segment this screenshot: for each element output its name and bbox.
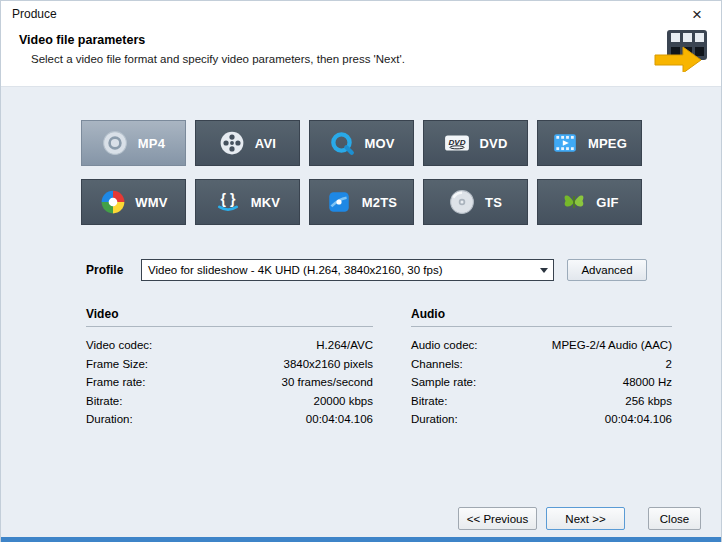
detail-value: 00:04:04.106 — [605, 410, 672, 429]
format-button-mov[interactable]: MOV — [309, 120, 414, 166]
format-button-avi[interactable]: AVI — [195, 120, 300, 166]
divider — [411, 326, 672, 327]
format-button-gif[interactable]: GIF — [537, 179, 642, 225]
video-section: Video Video codec: H.264/AVC Frame Size:… — [86, 307, 373, 429]
format-button-mkv[interactable]: { } MKV — [195, 179, 300, 225]
pinwheel-icon — [99, 189, 126, 216]
audio-bitrate-row: Bitrate: 256 kbps — [411, 392, 672, 411]
detail-value: 256 kbps — [625, 392, 672, 411]
format-label: MP4 — [138, 136, 165, 151]
advanced-button[interactable]: Advanced — [567, 259, 647, 281]
detail-label: Bitrate: — [411, 392, 447, 411]
format-label: M2TS — [362, 195, 397, 210]
close-button[interactable]: × — [684, 3, 710, 25]
mp4-disc-icon — [102, 130, 129, 157]
footer-buttons: << Previous Next >> Close — [458, 507, 701, 530]
audio-duration-row: Duration: 00:04:04.106 — [411, 410, 672, 429]
title-bar: Produce × — [1, 1, 721, 27]
matroska-icon: { } — [215, 189, 242, 216]
frame-size-row: Frame Size: 3840x2160 pixels — [86, 355, 373, 374]
profile-select[interactable]: Video for slideshow - 4K UHD (H.264, 384… — [141, 259, 554, 281]
page-title: Video file parameters — [19, 33, 703, 47]
detail-value: 20000 kbps — [314, 392, 373, 411]
previous-button[interactable]: << Previous — [458, 507, 537, 530]
svg-text:DVD: DVD — [448, 138, 465, 147]
format-button-mpeg[interactable]: MPEG — [537, 120, 642, 166]
video-codec-row: Video codec: H.264/AVC — [86, 336, 373, 355]
channels-row: Channels: 2 — [411, 355, 672, 374]
detail-label: Channels: — [411, 355, 463, 374]
blu-ray-disc-icon — [326, 189, 353, 216]
video-duration-row: Duration: 00:04:04.106 — [86, 410, 373, 429]
svg-text:{ }: { } — [221, 191, 236, 207]
format-label: GIF — [596, 195, 618, 210]
detail-label: Video codec: — [86, 336, 152, 355]
format-button-dvd[interactable]: DVD DVD — [423, 120, 528, 166]
detail-label: Audio codec: — [411, 336, 478, 355]
frame-rate-row: Frame rate: 30 frames/second — [86, 373, 373, 392]
format-button-mp4[interactable]: MP4 — [81, 120, 186, 166]
parameter-columns: Video Video codec: H.264/AVC Frame Size:… — [86, 307, 721, 429]
format-label: TS — [485, 195, 502, 210]
next-button[interactable]: Next >> — [546, 507, 625, 530]
detail-value: 48000 Hz — [623, 373, 672, 392]
window-bottom-edge — [1, 537, 721, 542]
sample-rate-row: Sample rate: 48000 Hz — [411, 373, 672, 392]
produce-filmstrip-icon — [653, 28, 709, 76]
quicktime-icon — [328, 130, 355, 157]
audio-section: Audio Audio codec: MPEG-2/4 Audio (AAC) … — [411, 307, 672, 429]
window-title: Produce — [12, 7, 57, 21]
profile-row: Profile Video for slideshow - 4K UHD (H.… — [86, 259, 721, 281]
format-button-m2ts[interactable]: M2TS — [309, 179, 414, 225]
detail-value: H.264/AVC — [316, 336, 373, 355]
format-label: DVD — [479, 136, 507, 151]
format-button-ts[interactable]: TS — [423, 179, 528, 225]
detail-label: Duration: — [86, 410, 133, 429]
detail-value: 30 frames/second — [282, 373, 373, 392]
divider — [86, 326, 373, 327]
format-label: MOV — [364, 136, 394, 151]
format-grid: MP4 AVI MOV DVD DVD — [1, 87, 721, 225]
detail-label: Frame rate: — [86, 373, 145, 392]
dialog-header: Video file parameters Select a video fil… — [1, 27, 721, 86]
format-button-wmv[interactable]: WMV — [81, 179, 186, 225]
detail-value: MPEG-2/4 Audio (AAC) — [552, 336, 672, 355]
detail-value: 2 — [666, 355, 672, 374]
chevron-down-icon[interactable] — [535, 260, 553, 280]
format-label: AVI — [255, 136, 276, 151]
dialog-body: MP4 AVI MOV DVD DVD — [1, 86, 721, 542]
video-section-title: Video — [86, 307, 373, 321]
audio-section-title: Audio — [411, 307, 672, 321]
audio-codec-row: Audio codec: MPEG-2/4 Audio (AAC) — [411, 336, 672, 355]
format-label: WMV — [135, 195, 167, 210]
detail-value: 3840x2160 pixels — [283, 355, 373, 374]
detail-label: Sample rate: — [411, 373, 476, 392]
profile-label: Profile — [86, 263, 141, 277]
filmstrip-icon — [552, 130, 579, 157]
page-subtitle: Select a video file format and specify v… — [31, 53, 703, 65]
close-dialog-button[interactable]: Close — [648, 507, 701, 530]
detail-value: 00:04:04.106 — [306, 410, 373, 429]
dvd-logo-icon: DVD — [443, 130, 470, 157]
profile-selected-value: Video for slideshow - 4K UHD (H.264, 384… — [142, 264, 535, 276]
detail-label: Duration: — [411, 410, 458, 429]
detail-label: Bitrate: — [86, 392, 122, 411]
format-label: MKV — [251, 195, 281, 210]
butterfly-icon — [560, 189, 587, 216]
detail-label: Frame Size: — [86, 355, 148, 374]
close-icon: × — [692, 6, 702, 23]
silver-disc-icon — [449, 189, 476, 216]
format-label: MPEG — [588, 136, 627, 151]
film-reel-icon — [219, 130, 246, 157]
produce-dialog: Produce × Video file parameters Select a… — [0, 0, 722, 542]
video-bitrate-row: Bitrate: 20000 kbps — [86, 392, 373, 411]
